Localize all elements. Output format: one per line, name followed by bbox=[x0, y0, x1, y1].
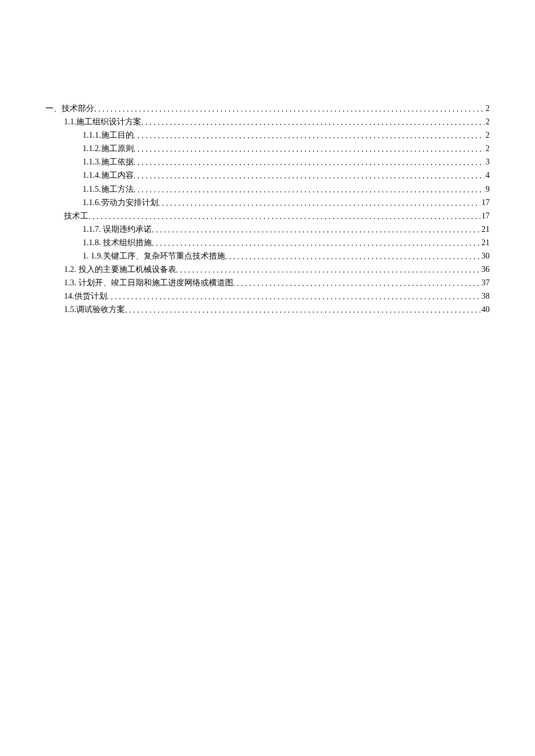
toc-entry-page: 9 bbox=[484, 182, 490, 196]
toc-entry-page: 2 bbox=[484, 142, 490, 155]
toc-entry[interactable]: 1.1.4.施工内容4 bbox=[45, 169, 490, 182]
toc-entry-page: 3 bbox=[484, 155, 490, 169]
toc-entry-page: 38 bbox=[480, 289, 490, 303]
toc-entry[interactable]: 1.1.施工组织设计方案2 bbox=[45, 115, 490, 128]
toc-entry-label: 1.1.施工组织设计方案 bbox=[64, 115, 141, 128]
toc-entry[interactable]: 1.1.3.施工依据3 bbox=[45, 155, 490, 169]
toc-entry-label: 1.1.1.施工目的 bbox=[83, 128, 134, 142]
toc-entry-label: 14.供货计划 bbox=[64, 289, 107, 303]
toc-entry[interactable]: 1.1.5.施工方法9 bbox=[45, 182, 490, 196]
toc-leader-dots bbox=[134, 142, 485, 156]
toc-entry-label: 1.3. 计划开、竣工日期和施工进度网络或横道图 bbox=[64, 276, 233, 289]
toc-entry[interactable]: 1.1.7. 误期违约承诺21 bbox=[45, 223, 490, 236]
toc-entry-label: 一、技术部分 bbox=[45, 102, 94, 115]
toc-entry[interactable]: 一、技术部分2 bbox=[45, 102, 490, 115]
toc-entry-page: 4 bbox=[484, 169, 490, 182]
toc-entry[interactable]: 14.供货计划38 bbox=[45, 289, 490, 303]
toc-leader-dots bbox=[225, 250, 480, 263]
toc-leader-dots bbox=[158, 196, 481, 210]
toc-leader-dots bbox=[134, 129, 485, 142]
toc-leader-dots bbox=[134, 156, 485, 169]
toc-entry-page: 21 bbox=[480, 223, 490, 236]
toc-entry-page: 30 bbox=[480, 249, 490, 263]
toc-leader-dots bbox=[233, 277, 481, 290]
toc-entry-page: 2 bbox=[484, 128, 490, 142]
toc-entry[interactable]: 1. 1.9.关键工序、复杂环节重点技术措施30 bbox=[45, 249, 490, 263]
toc-leader-dots bbox=[88, 210, 480, 223]
toc-entry[interactable]: 1.1.1.施工目的2 bbox=[45, 128, 490, 142]
toc-entry-label: 1. 1.9.关键工序、复杂环节重点技术措施 bbox=[83, 249, 225, 263]
toc-leader-dots bbox=[94, 102, 484, 116]
toc-entry-label: 1.2. 投入的主要施工机械设备表 bbox=[64, 263, 176, 276]
toc-entry-label: 1.1.7. 误期违约承诺 bbox=[83, 223, 152, 236]
toc-leader-dots bbox=[134, 169, 485, 182]
toc-entry[interactable]: 技术工17 bbox=[45, 209, 490, 223]
toc-entry-page: 40 bbox=[480, 303, 490, 316]
toc-entry-label: 1.1.5.施工方法 bbox=[83, 182, 134, 196]
toc-leader-dots bbox=[125, 303, 480, 317]
toc-entry-label: 1.1.2.施工原则 bbox=[83, 142, 134, 155]
toc-entry-page: 36 bbox=[480, 263, 490, 276]
toc-leader-dots bbox=[176, 263, 481, 277]
toc-entry-label: 1.1.4.施工内容 bbox=[83, 169, 134, 182]
toc-leader-dots bbox=[107, 290, 481, 303]
toc-entry-page: 2 bbox=[484, 102, 490, 115]
toc-entry[interactable]: 1.1.2.施工原则2 bbox=[45, 142, 490, 155]
toc-entry[interactable]: 1.3. 计划开、竣工日期和施工进度网络或横道图37 bbox=[45, 276, 490, 289]
toc-entry-page: 17 bbox=[480, 209, 490, 223]
toc-entry-label: 技术工 bbox=[64, 209, 88, 223]
toc-entry-label: 1.1.8. 技术组织措施 bbox=[83, 236, 152, 249]
toc-entry-label: 1.5.调试验收方案 bbox=[64, 303, 125, 316]
toc-leader-dots bbox=[141, 116, 484, 129]
toc-entry[interactable]: 1.2. 投入的主要施工机械设备表36 bbox=[45, 263, 490, 276]
toc-entry[interactable]: 1.1.6.劳动力安排计划17 bbox=[45, 196, 490, 209]
toc-entry[interactable]: 1.5.调试验收方案40 bbox=[45, 303, 490, 316]
toc-entry-page: 37 bbox=[480, 276, 490, 289]
toc-entry-page: 17 bbox=[480, 196, 490, 209]
toc-leader-dots bbox=[152, 223, 480, 237]
toc-entry[interactable]: 1.1.8. 技术组织措施21 bbox=[45, 236, 490, 249]
toc-leader-dots bbox=[152, 237, 480, 250]
table-of-contents: 一、技术部分21.1.施工组织设计方案21.1.1.施工目的21.1.2.施工原… bbox=[45, 102, 490, 317]
toc-entry-page: 2 bbox=[484, 115, 490, 128]
toc-entry-label: 1.1.3.施工依据 bbox=[83, 155, 134, 169]
toc-entry-label: 1.1.6.劳动力安排计划 bbox=[83, 196, 158, 209]
toc-leader-dots bbox=[134, 183, 485, 196]
toc-entry-page: 21 bbox=[480, 236, 490, 249]
